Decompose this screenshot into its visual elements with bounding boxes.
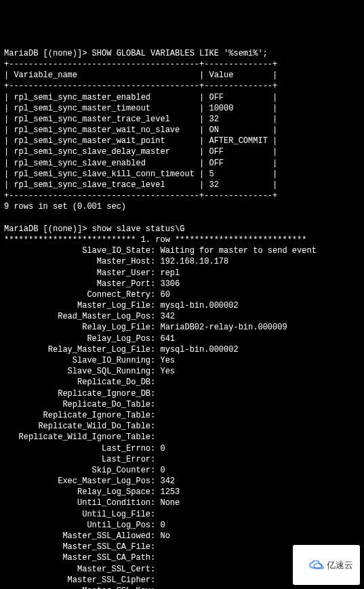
terminal-output: MariaDB [(none)]> SHOW GLOBAL VARIABLES … <box>4 48 360 589</box>
watermark-text: 亿速云 <box>327 559 353 571</box>
watermark-badge: 亿速云 <box>293 545 360 585</box>
cloud-icon <box>300 547 324 583</box>
